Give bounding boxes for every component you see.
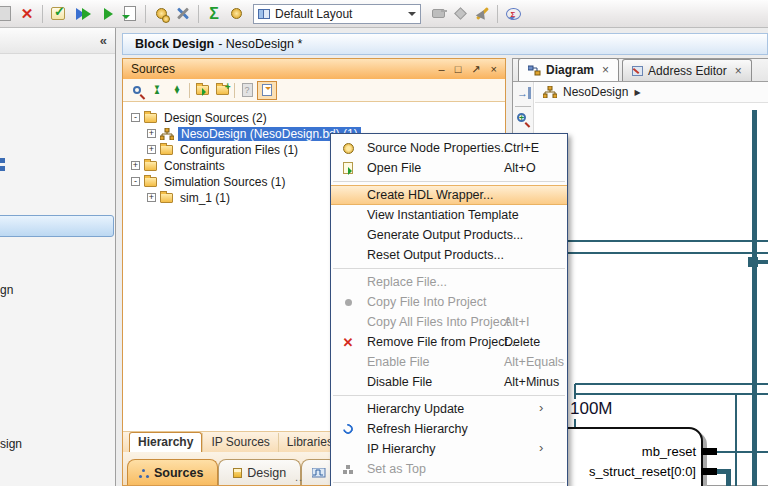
main-toolbar: ✕ Σ Default Layout Σ — [0, 0, 768, 28]
menu-item-refresh-hierarchy[interactable]: Refresh Hierarchy — [331, 419, 567, 439]
collapse-expander-icon[interactable]: - — [131, 113, 140, 122]
collapse-all-icon[interactable]: ▼▲ — [147, 81, 167, 100]
application-window: ✕ Σ Default Layout Σ « gn sign Blo — [0, 0, 768, 486]
diagram-tab-bar: Diagram × Address Editor × — [513, 59, 768, 82]
bullet-icon — [339, 299, 357, 306]
expand-expander-icon[interactable]: + — [147, 129, 156, 138]
expand-expander-icon[interactable]: + — [131, 161, 140, 170]
tools-icon[interactable] — [172, 3, 194, 25]
paste-icon[interactable] — [0, 3, 16, 25]
block-design-icon — [160, 128, 174, 140]
port-stub[interactable] — [701, 468, 717, 475]
menu-item-label: Replace File... — [367, 275, 447, 289]
tree-item-label: sim_1 (1) — [177, 191, 233, 205]
search-icon[interactable] — [127, 81, 147, 100]
wire[interactable] — [568, 252, 768, 254]
zoom-in-icon[interactable]: + — [517, 113, 526, 122]
add-sources-icon[interactable]: + — [212, 81, 232, 100]
chevron-down-icon — [408, 12, 416, 20]
breadcrumb-arrow-icon[interactable]: ▶ — [634, 88, 640, 97]
wire[interactable] — [735, 394, 737, 486]
collapse-expander-icon[interactable]: - — [131, 177, 140, 186]
expand-all-icon[interactable]: ▲▼ — [167, 81, 187, 100]
wire-bus[interactable] — [726, 469, 731, 486]
clock-frequency-label: 100M — [570, 399, 619, 419]
wire[interactable] — [575, 383, 768, 385]
scroll-to-selected-icon[interactable] — [257, 81, 277, 100]
block-design-titlebar: Block Design - NesoDesign * — [122, 33, 768, 55]
sources-panel-header[interactable]: Sources – □ ↗ × — [123, 59, 505, 79]
delete-icon[interactable]: ✕ — [16, 3, 38, 25]
sigma-icon[interactable]: Σ — [203, 3, 225, 25]
folder-icon — [144, 113, 157, 123]
settings-gears-icon[interactable] — [150, 3, 172, 25]
tree-item-sim-1[interactable]: + sim_1 (1) — [147, 190, 233, 205]
sum-bubble-icon[interactable]: Σ — [502, 3, 524, 25]
block-design-icon — [543, 86, 557, 98]
close-icon[interactable]: × — [602, 63, 609, 77]
tree-item-nesodesign[interactable]: + NesoDesign (NesoDesign.bd) (1) — [147, 126, 361, 141]
wire-stub[interactable] — [758, 260, 768, 264]
left-panel-header: « — [0, 28, 115, 54]
tree-item-label: Constraints — [161, 159, 228, 173]
menu-item-source-node-properties[interactable]: Source Node Properties... Ctrl+E — [331, 138, 567, 158]
tree-item-configuration-files[interactable]: + Configuration Files (1) — [147, 142, 301, 157]
wire-junction[interactable] — [748, 257, 758, 267]
tab-label: Diagram — [546, 63, 594, 77]
toolbar-separator — [497, 5, 498, 23]
menu-item-enable-file: Enable File Alt+Equals — [331, 352, 567, 372]
breadcrumb-item[interactable]: NesoDesign — [563, 85, 628, 99]
float-icon[interactable]: ↗ — [471, 64, 480, 75]
wire[interactable] — [717, 451, 768, 453]
tree-item-label: Simulation Sources (1) — [161, 175, 288, 189]
tree-item-simulation-sources[interactable]: - Simulation Sources (1) — [131, 174, 288, 189]
menu-item-label: Set as Top — [367, 462, 426, 476]
toolbar-separator — [515, 106, 531, 107]
tab-diagram[interactable]: Diagram × — [518, 58, 619, 81]
menu-item-view-instantiation-template[interactable]: View Instantiation Template — [331, 205, 567, 225]
gear-run-icon[interactable] — [225, 3, 247, 25]
collapse-panel-icon[interactable]: « — [100, 33, 107, 48]
expand-expander-icon[interactable]: + — [147, 145, 156, 154]
menu-item-remove-file-from-project[interactable]: ✕ Remove File from Project... Delete — [331, 332, 567, 352]
remove-x-icon: ✕ — [339, 336, 357, 349]
menu-item-generate-output-products[interactable]: Generate Output Products... — [331, 225, 567, 245]
menu-item-reset-output-products[interactable]: Reset Output Products... — [331, 245, 567, 265]
menu-item-label: Enable File — [367, 355, 430, 369]
menu-item-open-file[interactable]: Open File Alt+O — [331, 158, 567, 178]
wire-bus[interactable] — [752, 110, 757, 486]
close-icon[interactable]: × — [491, 64, 497, 75]
menu-item-set-as-top: Set as Top — [331, 459, 567, 479]
address-editor-tab-icon — [632, 66, 643, 76]
export-icon[interactable] — [119, 3, 141, 25]
layout-combobox[interactable]: Default Layout — [253, 4, 421, 24]
menu-item-ip-hierarchy[interactable]: IP Hierarchy › — [331, 439, 567, 459]
menu-shortcut: Alt+Equals — [504, 355, 564, 369]
toolbar-separator — [234, 83, 235, 98]
menu-item-hierarchy-update[interactable]: Hierarchy Update › — [331, 399, 567, 419]
clipped-blue-button[interactable] — [0, 215, 114, 237]
open-sources-icon[interactable] — [192, 81, 212, 100]
wire[interactable] — [575, 393, 768, 395]
menu-item-label: Reset Output Products... — [367, 248, 504, 262]
minimize-icon[interactable]: – — [439, 64, 445, 75]
tab-label: Address Editor — [648, 64, 727, 78]
pointer-edit-icon[interactable] — [471, 3, 493, 25]
play-icon[interactable] — [97, 3, 119, 25]
menu-item-disable-file[interactable]: Disable File Alt+Minus — [331, 372, 567, 392]
close-icon[interactable]: × — [735, 64, 742, 78]
tree-item-design-sources[interactable]: - Design Sources (2) — [131, 110, 270, 125]
plug-icon — [427, 3, 449, 25]
maximize-icon[interactable]: □ — [455, 64, 462, 75]
validate-design-icon[interactable] — [47, 3, 69, 25]
menu-item-create-hdl-wrapper[interactable]: Create HDL Wrapper... — [331, 185, 567, 205]
port-stub[interactable] — [701, 448, 717, 455]
run-icon[interactable] — [69, 3, 97, 25]
dock-icon[interactable]: → — [517, 87, 530, 99]
open-file-icon — [339, 162, 357, 174]
tab-address-editor[interactable]: Address Editor × — [622, 59, 752, 81]
sources-toolbar: ▼▲ ▲▼ + ? — [123, 79, 505, 102]
expand-expander-icon[interactable]: + — [147, 193, 156, 202]
wire[interactable] — [568, 240, 768, 242]
tree-item-constraints[interactable]: + Constraints — [131, 158, 228, 173]
